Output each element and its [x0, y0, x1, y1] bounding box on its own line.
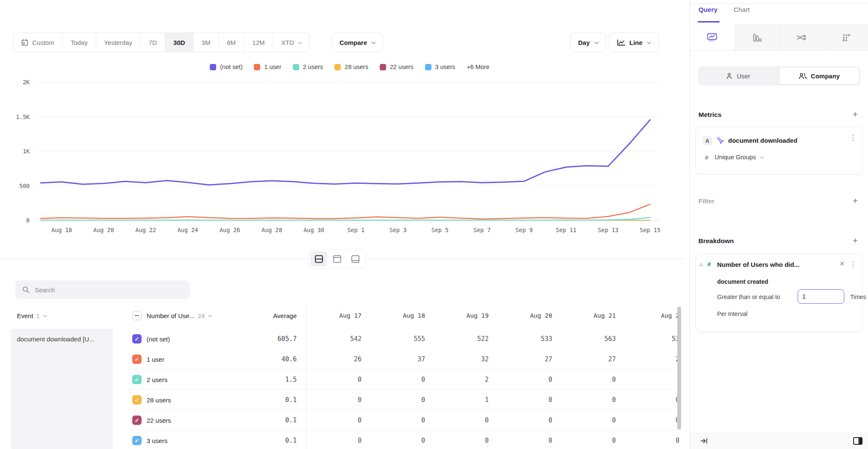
row-checkbox[interactable]: ✓: [132, 355, 142, 364]
add-breakdown-button[interactable]: +: [850, 236, 860, 246]
range-label: 7D: [149, 39, 157, 46]
legend-item[interactable]: 2 users: [293, 64, 323, 70]
row-checkbox[interactable]: ✓: [132, 395, 142, 405]
range-30d[interactable]: 30D: [165, 33, 193, 52]
add-filter-button[interactable]: +: [850, 196, 860, 206]
collapse-right-icon: [700, 437, 708, 445]
average-column-header: Average: [237, 306, 297, 325]
metric-card[interactable]: A document downloaded ⋮ # Unique Groups: [696, 127, 863, 175]
row-value: [616, 369, 679, 390]
breakdown-condition-label[interactable]: Greater than or equal to: [717, 294, 780, 300]
date-column-header[interactable]: Aug 18: [362, 306, 425, 325]
series-header-label: Number of Use...: [147, 312, 195, 319]
add-metric-button[interactable]: +: [850, 109, 860, 119]
metric-menu-button[interactable]: ⋮: [849, 134, 857, 141]
chart-type-dropdown[interactable]: Line: [609, 33, 659, 52]
range-3m[interactable]: 3M: [193, 33, 219, 52]
drag-handle-icon[interactable]: ≡: [699, 261, 703, 268]
chart-type-line-button[interactable]: [690, 24, 734, 50]
range-6m[interactable]: 6M: [218, 33, 244, 52]
row-value: 0: [616, 430, 679, 449]
scope-company-button[interactable]: Company: [779, 67, 860, 84]
layout-toggle-group: [308, 249, 366, 269]
x-axis-label: Sep 1: [347, 227, 364, 233]
row-average: 40.6: [237, 349, 297, 369]
breakdown-per-interval-label[interactable]: Per Interval: [717, 310, 748, 317]
row-values: 00200: [298, 369, 682, 390]
chart-type-bar-button[interactable]: [734, 24, 779, 50]
chart-type-dots-button[interactable]: [824, 24, 868, 50]
date-column-header[interactable]: Aug 20: [489, 306, 552, 325]
legend-item[interactable]: 3 users: [425, 64, 456, 70]
row-value: 0: [552, 430, 616, 449]
date-column-header[interactable]: Aug 17: [298, 306, 362, 325]
date-column-header[interactable]: Aug 21: [552, 306, 616, 325]
line-chart[interactable]: 05001K1.5K2KAug 18Aug 20Aug 22Aug 24Aug …: [0, 77, 682, 238]
row-value: 0: [362, 410, 425, 430]
table-scrollbar[interactable]: [677, 306, 681, 446]
tab-chart[interactable]: Chart: [734, 6, 750, 14]
legend-item[interactable]: 28 users: [334, 64, 368, 70]
top-pane-icon: [333, 255, 342, 263]
row-checkbox[interactable]: ✓: [132, 375, 142, 384]
search-input[interactable]: [35, 286, 183, 294]
row-value: 522: [425, 329, 489, 349]
row-value: 0: [425, 410, 489, 430]
legend-swatch: [254, 64, 260, 70]
interval-dropdown[interactable]: Day: [570, 33, 606, 52]
y-axis-label: 1.5K: [16, 114, 30, 120]
row-average: 0.1: [237, 430, 297, 449]
row-value: 533: [489, 329, 552, 349]
aggregation-dropdown[interactable]: Unique Groups: [715, 154, 763, 161]
range-today[interactable]: Today: [62, 33, 96, 52]
chart-type-flow-button[interactable]: [779, 24, 824, 50]
toggle-side-panel-button[interactable]: [853, 437, 863, 446]
collapse-panel-button[interactable]: [700, 437, 708, 446]
compare-button[interactable]: Compare: [331, 33, 383, 52]
series-column-header[interactable]: Number of Use... 24: [147, 306, 211, 325]
row-checkbox[interactable]: ✓: [132, 436, 142, 445]
layout-split-button[interactable]: [310, 251, 327, 266]
breakdown-value-input[interactable]: [798, 289, 844, 304]
breakdown-menu-button[interactable]: ⋮: [849, 261, 857, 268]
table-row: ✓(not set)605.754255552253356353: [0, 329, 682, 349]
row-value: 0: [616, 390, 679, 410]
row-checkbox[interactable]: ✓: [132, 416, 142, 425]
tab-query[interactable]: Query: [698, 6, 718, 14]
row-value: 0: [489, 390, 552, 410]
bar-chart-icon: [752, 33, 762, 42]
layout-table-only-button[interactable]: [347, 251, 364, 266]
legend-more-button[interactable]: +6 More: [467, 64, 490, 70]
layout-chart-only-button[interactable]: [328, 251, 345, 266]
row-average: 605.7: [237, 329, 297, 349]
scope-user-button[interactable]: User: [698, 66, 778, 86]
dot-grid-icon: [842, 33, 851, 42]
date-column-header[interactable]: Aug 19: [425, 306, 489, 325]
row-values: 000000: [298, 430, 682, 449]
range-custom[interactable]: Custom: [13, 33, 62, 52]
legend-item[interactable]: 22 users: [380, 64, 414, 70]
x-axis-label: Aug 26: [220, 227, 240, 233]
legend-label: 2 users: [303, 64, 323, 70]
range-label: 30D: [173, 39, 185, 46]
legend-item[interactable]: 1 user: [254, 64, 281, 70]
event-column-header[interactable]: Event 1: [17, 306, 47, 325]
legend-item[interactable]: (not set): [210, 64, 242, 70]
range-xtd[interactable]: XTD: [273, 33, 309, 52]
table-row: ✓3 users0.1000000: [0, 430, 682, 449]
date-column-header[interactable]: Aug 2: [616, 306, 679, 325]
row-average: 1.5: [237, 369, 297, 390]
close-icon[interactable]: ×: [840, 259, 845, 268]
breakdown-card[interactable]: ≡ # Number of Users who did... × ⋮ docum…: [696, 253, 863, 332]
range-12m[interactable]: 12M: [244, 33, 273, 52]
table-row: ✓22 users0.1000000: [0, 410, 682, 430]
x-axis-label: Sep 11: [556, 227, 576, 233]
row-checkbox[interactable]: ✓: [132, 334, 142, 344]
range-yesterday[interactable]: Yesterday: [96, 33, 140, 52]
range-7d[interactable]: 7D: [140, 33, 165, 52]
x-axis-label: Aug 24: [178, 227, 198, 233]
legend-label: 28 users: [345, 64, 368, 70]
range-label: Today: [71, 39, 88, 46]
select-all-checkbox[interactable]: [132, 311, 142, 320]
x-axis-label: Sep 9: [515, 227, 533, 233]
